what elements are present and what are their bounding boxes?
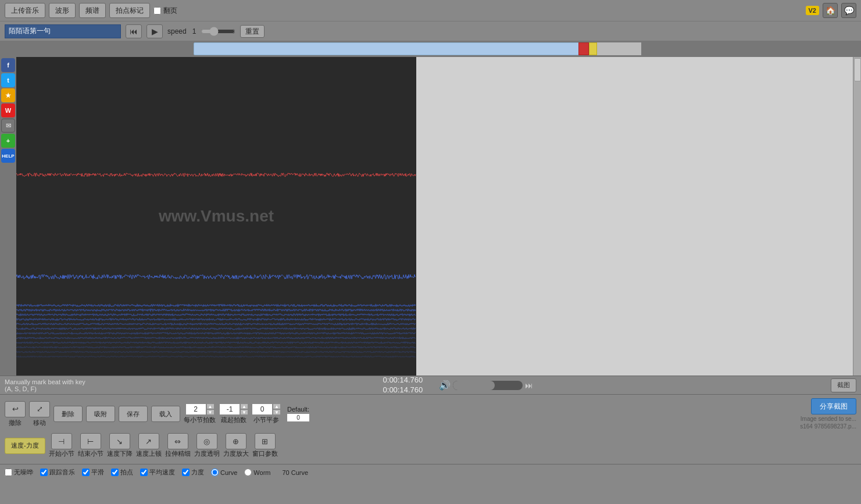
volume-icon: 🔊: [439, 380, 451, 391]
right-scrollbar[interactable]: [853, 57, 861, 376]
reset-button[interactable]: 重置: [240, 25, 265, 38]
scrollbar-thumb[interactable]: [854, 58, 861, 81]
top-right-icons: V2 🏠 💬: [806, 3, 856, 18]
start-beat-up[interactable]: ▲: [240, 403, 248, 409]
worm-radio[interactable]: [244, 469, 252, 476]
import-button[interactable]: 载入: [151, 406, 180, 422]
speed-down-icon[interactable]: ↘: [109, 433, 130, 449]
speed-slider[interactable]: [201, 27, 235, 36]
undo-icon-button[interactable]: ↩: [5, 401, 26, 417]
small-bar-param-down[interactable]: ▼: [273, 409, 281, 415]
translate-checkbox-label[interactable]: 翻页: [153, 6, 177, 16]
controls-row1: ↩ 撤除 ⤢ 移动 删除 吸附 保存 载入 ▲ ▼ 每小节拍数: [5, 398, 856, 430]
keys-text: (A, S, D, F): [5, 385, 85, 392]
speed-force-button[interactable]: 速度-力度: [5, 438, 45, 454]
volume-control: 🔊 ⏭: [439, 380, 533, 391]
save-button[interactable]: 保存: [119, 406, 148, 422]
beat-mark-button[interactable]: 拍点标记: [109, 3, 150, 18]
timeline-right-end: [597, 42, 641, 55]
default-value: 0: [287, 413, 310, 422]
no-noise-checkbox[interactable]: [5, 469, 12, 476]
force-checkbox[interactable]: [182, 469, 190, 476]
end-small-bar-icon[interactable]: ⊢: [80, 433, 101, 449]
timeline-red-marker[interactable]: [578, 42, 589, 55]
curve-radio-item[interactable]: Curve: [211, 469, 237, 476]
volume-max-icon: ⏭: [525, 381, 533, 390]
track-music-check[interactable]: 跟踪音乐: [40, 468, 75, 477]
small-bar-param-up[interactable]: ▲: [273, 403, 281, 409]
flat-check[interactable]: 平滑: [82, 468, 104, 477]
speed-up-icon[interactable]: ↗: [138, 433, 159, 449]
translate-checkbox[interactable]: [153, 7, 161, 15]
avg-speed-label: 平均速度: [149, 468, 175, 477]
help-icon[interactable]: HELP: [1, 149, 15, 163]
upload-music-button[interactable]: 上传音乐: [5, 3, 45, 18]
small-bar-param-spinbox: ▲ ▼ 小节平参: [252, 403, 281, 424]
share-screenshot-button[interactable]: 分享截图: [811, 398, 856, 414]
timeline-yellow-marker[interactable]: [589, 42, 597, 55]
share-code: s164 9785698237.p...: [800, 423, 856, 430]
stretch-refine-icon[interactable]: ⇔: [167, 433, 188, 449]
beats-per-bar-input[interactable]: [185, 403, 206, 415]
track-music-checkbox[interactable]: [40, 469, 48, 476]
worm-radio-label: Worm: [253, 469, 270, 476]
waveform-button[interactable]: 波形: [49, 3, 76, 18]
beat-checkbox[interactable]: [111, 469, 119, 476]
window-param-icon[interactable]: ⊞: [255, 433, 276, 449]
start-small-bar-icon[interactable]: ⊣: [51, 433, 72, 449]
timeline-bar: [0, 41, 861, 57]
frequency-button[interactable]: 频谱: [79, 3, 106, 18]
beats-per-bar-down[interactable]: ▼: [206, 409, 215, 415]
force-amplify-icon[interactable]: ⊕: [226, 433, 246, 449]
social-sidebar: f t ★ W ✉ + HELP: [0, 57, 16, 376]
twitter-icon[interactable]: t: [1, 73, 15, 87]
rewind-button[interactable]: ⏮: [126, 24, 142, 38]
stretch-refine-label: 拉伸精细: [165, 449, 191, 458]
time2: 0:00:14.760: [383, 385, 423, 395]
play-button[interactable]: ▶: [147, 24, 163, 38]
force-check[interactable]: 力度: [182, 468, 204, 477]
home-icon-button[interactable]: 🏠: [823, 3, 838, 18]
flat-checkbox[interactable]: [82, 469, 90, 476]
force-amplify-label: 力度放大: [223, 449, 249, 458]
move-label: 移动: [33, 419, 46, 427]
beat-check[interactable]: 拍点: [111, 468, 133, 477]
star-icon[interactable]: ★: [1, 88, 15, 102]
force-transparent-icon[interactable]: ◎: [197, 433, 217, 449]
status-bar: Manually mark beat with key (A, S, D, F)…: [0, 376, 861, 394]
no-noise-check[interactable]: 无噪哗: [5, 468, 33, 477]
settings-icon-button[interactable]: 💬: [841, 3, 856, 18]
no-noise-label: 无噪哗: [14, 468, 33, 477]
avg-speed-checkbox[interactable]: [140, 469, 148, 476]
time1: 0:00:14.760: [383, 376, 423, 385]
timeline-track[interactable]: [194, 42, 641, 55]
status-text-area: Manually mark beat with key (A, S, D, F): [5, 378, 85, 392]
waveform-area: www.Vmus.net: [16, 57, 416, 376]
facebook-icon[interactable]: f: [1, 58, 15, 72]
small-bar-param-input[interactable]: [252, 403, 273, 415]
curve-radio-label: Curve: [220, 469, 237, 476]
delete-button[interactable]: 删除: [53, 406, 83, 422]
mail-icon[interactable]: ✉: [1, 119, 15, 133]
speed-value: 1: [192, 27, 197, 35]
song-name-input[interactable]: [5, 24, 121, 38]
volume-slider-fill: [453, 381, 495, 390]
curve-radio[interactable]: [211, 469, 219, 476]
avg-speed-check[interactable]: 平均速度: [140, 468, 175, 477]
undo-label: 撤除: [9, 419, 22, 427]
speed-up-label: 速度上顿: [136, 449, 162, 458]
worm-radio-item[interactable]: Worm: [244, 469, 270, 476]
volume-slider-track[interactable]: [453, 381, 523, 390]
start-beat-down[interactable]: ▼: [240, 409, 248, 415]
plus-icon[interactable]: +: [1, 134, 15, 148]
beats-per-bar-up[interactable]: ▲: [206, 403, 215, 409]
move-icon-button[interactable]: ⤢: [29, 401, 50, 417]
screenshot-button[interactable]: 截图: [831, 378, 856, 392]
manual-mark-text: Manually mark beat with key: [5, 378, 85, 385]
start-beat-input[interactable]: [219, 403, 240, 415]
top-toolbar: 上传音乐 波形 频谱 拍点标记 翻页 V2 🏠 💬: [0, 0, 861, 21]
weibo-icon[interactable]: W: [1, 103, 15, 117]
default-label: Default:: [287, 406, 309, 413]
adsorb-button[interactable]: 吸附: [86, 406, 115, 422]
speed-label: speed: [167, 27, 187, 35]
